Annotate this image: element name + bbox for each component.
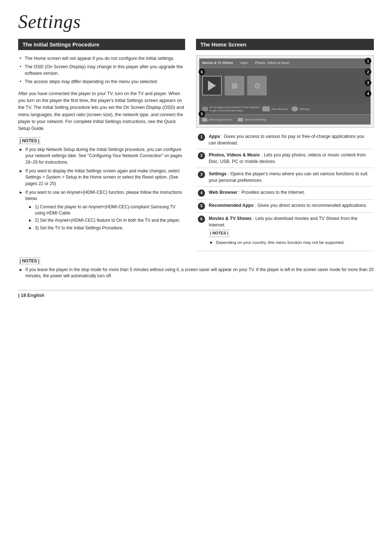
diagram-browser-label: Web Browser [271, 107, 289, 111]
samsung-account-icon [202, 118, 207, 122]
notes-label: | NOTES | [18, 138, 41, 144]
settings-symbol-icon: ⊙ [254, 81, 260, 90]
desc-num-6: 6 [198, 216, 205, 223]
table-row: 5 Recommended Apps : Gives you direct ac… [196, 199, 374, 212]
desc-num-4: 4 [198, 189, 205, 197]
diagram-nav-movies: Movies & TV Shows [202, 61, 233, 65]
bottom-notes-list: If you leave the player in the stop mode… [18, 267, 374, 279]
diagram-settings-small-icon [291, 106, 298, 111]
diagram-marker-6: 6 [199, 69, 205, 75]
samsung-account-label: Samsung Account [209, 118, 232, 121]
diagram-small-icon [202, 107, 208, 111]
list-item: If you want to use an Anynet+(HDMI-CEC) … [20, 189, 185, 231]
desc-text-4: Web Browser : Provides access to the Int… [207, 186, 374, 199]
screen-mirroring-label: Screen Mirroring [244, 118, 266, 121]
diagram-screen-mirroring: Screen Mirroring [238, 118, 266, 122]
table-row: 2 Photos, Videos & Music : Lets you play… [196, 149, 374, 168]
diagram-marker-5: 5 [199, 111, 205, 117]
main-paragraph: After you have connected the player to y… [18, 90, 185, 132]
list-item: If you want to display the Initial Setti… [20, 168, 185, 187]
desc-num-3: 3 [198, 171, 205, 178]
screen-mirroring-icon [238, 118, 243, 122]
diagram-nav-apps: Apps [240, 61, 248, 65]
page-title: Settings [18, 11, 374, 32]
desc-num-2: 2 [198, 152, 205, 159]
list-item: Depending on your country, this menu fun… [210, 240, 372, 246]
grid-symbol-icon: ⊞ [232, 81, 238, 90]
list-item: 3) Set the TV to the Initial Settings Pr… [29, 225, 185, 231]
list-item: The Home screen will not appear if you d… [20, 55, 185, 62]
left-column: The Initial Settings Procedure The Home … [18, 39, 185, 235]
diagram-marker-1: 1 [365, 58, 371, 64]
notes-section: | NOTES | If you skip Network Setup duri… [18, 138, 185, 231]
diagram-settings-item: Settings [291, 106, 310, 111]
list-item: If you skip Network Setup during the Ini… [20, 147, 185, 165]
desc-text-5: Recommended Apps : Gives you direct acce… [207, 199, 374, 212]
list-item: The access steps may differ depending on… [20, 78, 185, 85]
home-screen-diagram: Movies & TV Shows Apps Photos, Videos & … [196, 55, 374, 128]
inline-notes: | NOTES | Depending on your country, thi… [209, 230, 372, 246]
desc-num-1: 1 [198, 134, 205, 141]
desc-text-6: Movies & TV Shows : Lets you download mo… [207, 212, 374, 251]
diagram-row-item: Go to Apps and connect to the networkto … [202, 106, 260, 112]
diagram-play-icon [202, 76, 222, 95]
play-icon [208, 81, 216, 91]
sub-list: 1) Connect the player to an Anynet+(HDMI… [25, 204, 185, 231]
page-footer: | 18 English [18, 290, 374, 298]
left-section-header: The Initial Settings Procedure [18, 39, 185, 50]
bullet-list: The Home screen will not appear if you d… [18, 55, 185, 85]
bottom-notes: | NOTES | If you leave the player in the… [18, 258, 374, 279]
desc-text-1: Apps : Gives you access to various for p… [207, 131, 374, 149]
list-item: If you leave the player in the stop mode… [20, 267, 374, 279]
list-item: 2) Set the Anynet+(HDMI-CEC) feature to … [29, 217, 185, 224]
diagram-settings-label: Settings [299, 107, 310, 111]
diagram-marker-4: 4 [365, 90, 371, 97]
desc-text-3: Settings : Opens the player's menu where… [207, 168, 374, 186]
diagram-bottom-bar: Samsung Account Screen Mirroring [199, 114, 371, 124]
diagram-main-area: ⊞ ⊙ [199, 68, 371, 103]
inline-notes-list: Depending on your country, this menu fun… [209, 240, 372, 246]
diagram-settings-icon: ⊙ [247, 76, 267, 95]
list-item: 1) Connect the player to an Anynet+(HDMI… [29, 204, 185, 216]
diagram-top-bar: Movies & TV Shows Apps Photos, Videos & … [199, 58, 371, 68]
descriptions-table: 1 Apps : Gives you access to various for… [196, 131, 374, 251]
diagram-browser-icon [262, 106, 270, 111]
notes-list: If you skip Network Setup during the Ini… [18, 147, 185, 231]
table-row: 3 Settings : Opens the player's menu whe… [196, 168, 374, 186]
diagram-grid-icon: ⊞ [225, 76, 244, 95]
diagram-nav-photos: Photos, Videos & Music [255, 61, 290, 65]
diagram-marker-3: 3 [365, 79, 371, 86]
right-column: The Home Screen Movies & TV Shows Apps P… [196, 39, 374, 251]
right-section-header: The Home Screen [196, 39, 374, 50]
diagram-samsung-account: Samsung Account [202, 118, 232, 122]
diagram-marker-2: 2 [365, 69, 371, 75]
table-row: 1 Apps : Gives you access to various for… [196, 131, 374, 149]
desc-num-5: 5 [198, 203, 205, 210]
list-item: The OSD (On Screen Display) may change i… [20, 64, 185, 77]
diagram-row-label: Go to Apps and connect to the networkto … [209, 106, 260, 112]
table-row: 6 Movies & TV Shows : Lets you download … [196, 212, 374, 251]
inline-notes-label: | NOTES | [209, 230, 230, 237]
diagram-browser-item: Web Browser [262, 106, 289, 111]
footer-text: | 18 English [18, 293, 44, 298]
bottom-notes-label: | NOTES | [18, 258, 41, 264]
desc-text-2: Photos, Videos & Music : Lets you play p… [207, 149, 374, 168]
table-row: 4 Web Browser : Provides access to the I… [196, 186, 374, 199]
